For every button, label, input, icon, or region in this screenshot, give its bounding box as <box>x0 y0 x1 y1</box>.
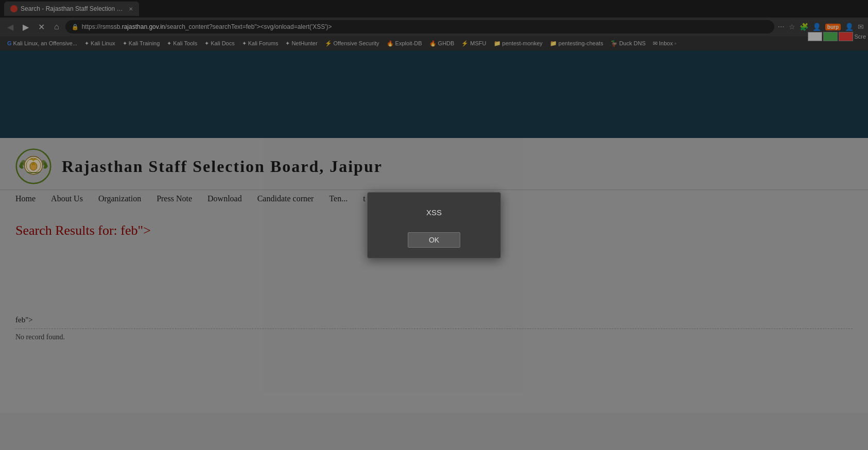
dialog-ok-button[interactable]: OK <box>408 232 460 248</box>
dialog-overlay: XSS OK <box>0 0 868 450</box>
dialog-box: XSS OK <box>367 192 501 258</box>
dialog-message: XSS <box>426 208 442 217</box>
